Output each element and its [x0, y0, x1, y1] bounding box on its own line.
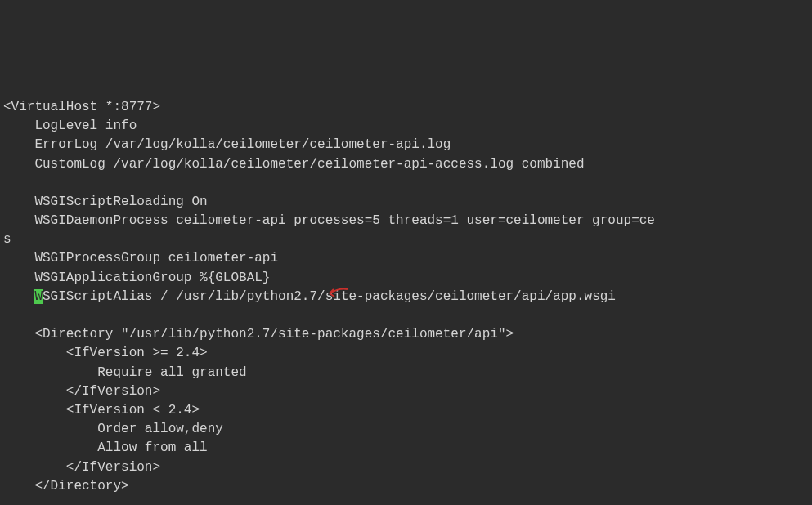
config-line: <IfVersion >= 2.4>	[3, 346, 208, 360]
config-line: WSGIDaemonProcess ceilometer-api process…	[3, 213, 655, 228]
line-rest: SGIScriptAlias / /usr/lib/python2.7/site…	[43, 289, 616, 304]
config-line: Require all granted	[3, 365, 247, 380]
config-line: Order allow,deny	[3, 422, 223, 436]
config-line-highlighted: WSGIApplicationGroup %{GLOBAL}	[3, 270, 270, 285]
config-line: s	[3, 232, 11, 247]
config-line: <VirtualHost *:8777>	[3, 100, 160, 114]
config-line: <Directory "/usr/lib/python2.7/site-pack…	[3, 327, 514, 342]
config-line: WSGIScriptReloading On	[3, 194, 208, 209]
config-line: WSGIProcessGroup ceilometer-api	[3, 251, 278, 266]
indent	[3, 289, 34, 304]
config-line: ErrorLog /var/log/kolla/ceilometer/ceilo…	[3, 137, 451, 152]
config-line: </IfVersion>	[3, 384, 160, 399]
cursor-position: W	[34, 289, 43, 304]
config-line: </Directory>	[3, 479, 129, 494]
config-line: Allow from all	[3, 440, 208, 455]
config-line: CustomLog /var/log/kolla/ceilometer/ceil…	[3, 157, 585, 172]
config-line-cursor: WSGIScriptAlias / /usr/lib/python2.7/sit…	[3, 289, 616, 304]
editor-viewport[interactable]: <VirtualHost *:8777> LogLevel info Error…	[3, 79, 809, 505]
config-line: </IfVersion>	[3, 460, 160, 475]
config-line: LogLevel info	[3, 118, 137, 133]
config-line: <IfVersion < 2.4>	[3, 403, 200, 418]
